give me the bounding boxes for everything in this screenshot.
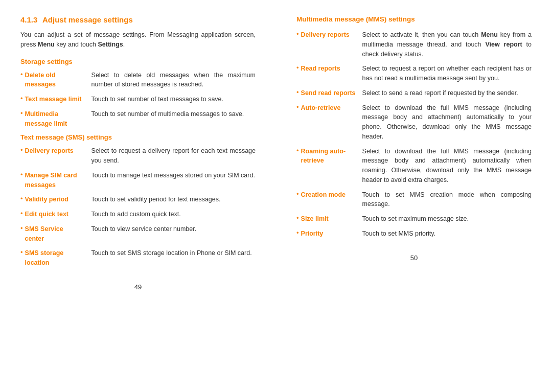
bullet-icon: • — [20, 210, 23, 217]
bullet-icon: • — [296, 147, 299, 154]
list-item: • Text message limit Touch to set number… — [20, 95, 256, 104]
list-item: • Validity period Touch to set validity … — [20, 195, 256, 204]
bullet-icon: • — [20, 71, 23, 78]
bullet-icon: • — [20, 224, 23, 232]
definition: Select to delete old messages when the m… — [91, 71, 256, 90]
storage-settings-list: • Delete oldmessages Select to delete ol… — [20, 71, 256, 129]
list-item: • SMS storagelocation Touch to set SMS s… — [20, 248, 256, 268]
bullet-icon: • — [296, 30, 299, 38]
bullet-icon: • — [296, 190, 299, 198]
term: Edit quick text — [25, 210, 91, 219]
definition: Select to download the full MMS message … — [362, 103, 532, 142]
definition: Touch to add custom quick text. — [91, 210, 256, 219]
definition: Select to request a delivery report for … — [91, 146, 256, 166]
list-item: • Creation mode Touch to set MMS creatio… — [296, 190, 532, 210]
bullet-icon: • — [296, 103, 299, 111]
list-item: • Size limit Touch to set maximum messag… — [296, 214, 532, 224]
list-item: • SMS Servicecenter Touch to view servic… — [20, 224, 256, 244]
bullet-icon: • — [296, 64, 299, 72]
bullet-icon: • — [296, 229, 299, 237]
term: Text message limit — [25, 95, 91, 104]
term: Delivery reports — [301, 30, 362, 40]
list-item: • Roaming auto-retrieve Select to downlo… — [296, 147, 532, 185]
sms-settings-list: • Delivery reports Select to request a d… — [20, 146, 256, 268]
term: Send read reports — [301, 88, 362, 98]
definition: Select to download the full MMS message … — [362, 147, 532, 185]
chapter-number: 4.1.3 — [20, 15, 37, 24]
page-container: 4.1.3 Adjust message settings You can ad… — [0, 0, 552, 306]
mms-settings-list: • Delivery reports Select to activate it… — [296, 30, 532, 239]
term: SMS Servicecenter — [25, 224, 91, 244]
list-item: • Manage SIM cardmessages Touch to manag… — [20, 171, 256, 190]
list-item: • Read reports Select to request a repor… — [296, 64, 532, 83]
list-item: • Delivery reports Select to request a d… — [20, 146, 256, 166]
bullet-icon: • — [296, 88, 299, 96]
list-item: • Priority Touch to set MMS priority. — [296, 229, 532, 239]
term: Read reports — [301, 64, 362, 74]
term: Roaming auto-retrieve — [301, 147, 362, 166]
bullet-icon: • — [20, 171, 23, 178]
list-item: • Auto-retrieve Select to download the f… — [296, 103, 532, 142]
definition: Select to send a read report if requeste… — [362, 88, 532, 98]
term: Creation mode — [301, 190, 362, 200]
bullet-icon: • — [20, 248, 23, 256]
term: Multimediamessage limit — [25, 109, 91, 129]
sms-settings-title: Text message (SMS) settings — [20, 133, 256, 141]
list-item: • Delete oldmessages Select to delete ol… — [20, 71, 256, 90]
section-title-text: Adjust message settings — [42, 15, 133, 24]
list-item: • Multimediamessage limit Touch to set n… — [20, 109, 256, 129]
bullet-icon: • — [20, 146, 23, 154]
mms-settings-header: Multimedia message (MMS) settings — [296, 15, 532, 23]
list-item: • Send read reports Select to send a rea… — [296, 88, 532, 98]
definition: Touch to set number of multimedia messag… — [91, 109, 256, 119]
left-column: 4.1.3 Adjust message settings You can ad… — [20, 15, 266, 291]
definition: Select to activate it, then you can touc… — [362, 30, 532, 59]
definition: Touch to set maximum message size. — [362, 214, 532, 224]
term: Priority — [301, 229, 362, 239]
page-number-left: 49 — [20, 283, 256, 291]
term: Validity period — [25, 195, 91, 204]
definition: Select to request a report on whether ea… — [362, 64, 532, 83]
term: SMS storagelocation — [25, 248, 91, 268]
definition: Touch to view service center number. — [91, 224, 256, 234]
definition: Touch to set validity period for text me… — [91, 195, 256, 204]
definition: Touch to set number of text messages to … — [91, 95, 256, 104]
term: Delete oldmessages — [25, 71, 91, 90]
bullet-icon: • — [20, 109, 23, 117]
definition: Touch to set MMS creation mode when comp… — [362, 190, 532, 210]
definition: Touch to set MMS priority. — [362, 229, 532, 239]
bullet-icon: • — [20, 195, 23, 202]
right-column: Multimedia message (MMS) settings • Deli… — [286, 15, 532, 291]
term: Manage SIM cardmessages — [25, 171, 91, 190]
intro-text: You can adjust a set of message settings… — [20, 30, 256, 50]
list-item: • Delivery reports Select to activate it… — [296, 30, 532, 59]
section-title: 4.1.3 Adjust message settings — [20, 15, 256, 24]
bullet-icon: • — [20, 95, 23, 102]
term: Delivery reports — [25, 146, 91, 156]
definition: Touch to set SMS storage location in Pho… — [91, 248, 256, 258]
list-item: • Edit quick text Touch to add custom qu… — [20, 210, 256, 219]
term: Auto-retrieve — [301, 103, 362, 113]
definition: Touch to manage text messages stored on … — [91, 171, 256, 180]
term: Size limit — [301, 214, 362, 224]
storage-settings-title: Storage settings — [20, 58, 256, 65]
page-number-right: 50 — [296, 254, 532, 262]
bullet-icon: • — [296, 214, 299, 222]
